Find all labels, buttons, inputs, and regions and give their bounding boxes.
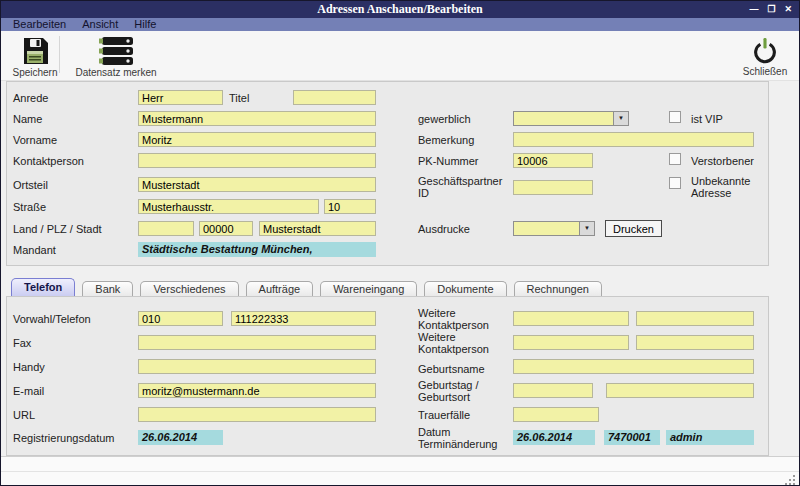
window-title: Adressen Anschauen/Bearbeiten	[1, 1, 799, 18]
tab-verschiedenes[interactable]: Verschiedenes	[140, 281, 238, 297]
menu-ansicht[interactable]: Ansicht	[74, 18, 126, 31]
vorname-input[interactable]	[138, 132, 376, 147]
save-button[interactable]: Speichern	[7, 37, 63, 78]
email-input[interactable]	[138, 383, 376, 398]
gewerblich-select[interactable]: ▼	[513, 111, 629, 126]
datum-terminaenderung-nummer: 7470001	[604, 430, 660, 445]
handy-label: Handy	[13, 361, 45, 373]
ortsteil-label: Ortsteil	[13, 179, 48, 191]
url-label: URL	[13, 409, 35, 421]
tab-auftraege[interactable]: Aufträge	[246, 281, 314, 297]
ortsteil-input[interactable]	[138, 177, 376, 192]
weitere-kontaktperson-2-input-a[interactable]	[513, 335, 629, 350]
weitere-kontaktperson-1-label: Weitere Kontaktperson	[418, 307, 510, 331]
status-bar	[1, 456, 799, 485]
title-bar: Adressen Anschauen/Bearbeiten — ❐ ✕	[1, 1, 799, 18]
datum-terminaenderung-datum: 26.06.2014	[513, 430, 595, 445]
ausdrucke-label: Ausdrucke	[418, 223, 470, 235]
save-button-label: Speichern	[12, 67, 57, 78]
geschaeftspartner-id-label: Geschäftspartner ID	[418, 175, 508, 199]
remember-record-button[interactable]: Datensatz merken	[65, 37, 167, 78]
tab-bank[interactable]: Bank	[82, 281, 133, 297]
geburtsname-input[interactable]	[513, 359, 754, 374]
tab-telefon[interactable]: Telefon	[11, 278, 75, 297]
trauerfaelle-input[interactable]	[513, 407, 599, 422]
dropdown-arrow-icon[interactable]: ▼	[613, 112, 628, 125]
close-app-button[interactable]: Schließen	[736, 37, 794, 77]
name-input[interactable]	[138, 111, 376, 126]
remember-record-label: Datensatz merken	[75, 67, 156, 78]
gewerblich-label: gewerblich	[418, 113, 471, 125]
pk-nummer-input[interactable]	[513, 153, 593, 168]
ist-vip-label: ist VIP	[691, 113, 723, 125]
unbekannte-adresse-checkbox[interactable]	[669, 177, 681, 189]
toolbar: Speichern Datensatz merken Schließen	[1, 31, 799, 81]
close-icon[interactable]: ✕	[784, 1, 792, 18]
datum-terminaenderung-benutzer: admin	[666, 430, 754, 445]
tab-bar: Telefon Bank Verschiedenes Aufträge Ware…	[11, 279, 602, 297]
tab-rechnungen[interactable]: Rechnungen	[514, 281, 602, 297]
geburtstag-input[interactable]	[513, 383, 593, 398]
registrierungsdatum-value: 26.06.2014	[138, 430, 223, 445]
email-label: E-mail	[13, 385, 44, 397]
kontaktperson-label: Kontaktperson	[13, 155, 84, 167]
status-bar-divider	[1, 471, 799, 472]
server-stack-icon	[98, 37, 134, 65]
strasse-input[interactable]	[138, 199, 319, 214]
weitere-kontaktperson-1-input-a[interactable]	[513, 311, 629, 326]
name-label: Name	[13, 113, 42, 125]
fax-label: Fax	[13, 337, 31, 349]
land-input[interactable]	[138, 221, 194, 236]
app-window: Adressen Anschauen/Bearbeiten — ❐ ✕ Bear…	[0, 0, 800, 486]
ausdrucke-selected-value	[514, 222, 579, 235]
tab-dokumente[interactable]: Dokumente	[424, 281, 506, 297]
pk-nummer-label: PK-Nummer	[418, 155, 479, 167]
resize-grip[interactable]	[785, 475, 787, 477]
titel-input[interactable]	[293, 90, 376, 105]
minimize-icon[interactable]: —	[749, 1, 758, 18]
vorwahl-input[interactable]	[138, 311, 223, 326]
geburtstag-geburtsort-label: Geburtstag / Geburtsort	[418, 379, 513, 403]
ist-vip-checkbox[interactable]	[669, 111, 681, 123]
maximize-icon[interactable]: ❐	[767, 1, 775, 18]
geschaeftspartner-id-input[interactable]	[513, 180, 593, 195]
stadt-input[interactable]	[259, 221, 376, 236]
titel-label: Titel	[229, 92, 249, 104]
datum-terminaenderung-label: Datum Terminänderung	[418, 426, 513, 450]
telefon-input[interactable]	[231, 311, 376, 326]
url-input[interactable]	[138, 407, 376, 422]
bemerkung-input[interactable]	[513, 132, 754, 147]
ausdrucke-select[interactable]: ▼	[513, 221, 595, 236]
menu-hilfe[interactable]: Hilfe	[126, 18, 164, 31]
plz-input[interactable]	[199, 221, 253, 236]
menu-bar: Bearbeiten Ansicht Hilfe	[1, 18, 799, 31]
unbekannte-adresse-label: Unbekannte Adresse	[691, 175, 766, 199]
power-icon	[752, 37, 778, 64]
weitere-kontaktperson-2-input-b[interactable]	[636, 335, 754, 350]
tab-wareneingang[interactable]: Wareneingang	[320, 281, 417, 297]
geburtsname-label: Geburtsname	[418, 363, 485, 375]
kontaktperson-input[interactable]	[138, 153, 376, 168]
hausnummer-input[interactable]	[324, 199, 376, 214]
land-plz-stadt-label: Land / PLZ / Stadt	[13, 223, 102, 235]
fax-input[interactable]	[138, 335, 376, 350]
weitere-kontaktperson-2-label: Weitere Kontaktperson	[418, 331, 510, 355]
floppy-disk-icon	[21, 37, 49, 65]
anrede-input[interactable]	[138, 90, 223, 105]
address-panel	[6, 81, 769, 266]
menu-bearbeiten[interactable]: Bearbeiten	[5, 18, 74, 31]
dropdown-arrow-icon[interactable]: ▼	[579, 222, 594, 235]
close-app-label: Schließen	[743, 66, 787, 77]
weitere-kontaktperson-1-input-b[interactable]	[636, 311, 754, 326]
mandant-value: Städtische Bestattung München,	[138, 242, 376, 257]
drucken-button[interactable]: Drucken	[605, 220, 662, 237]
handy-input[interactable]	[138, 359, 376, 374]
gewerblich-selected-value	[514, 112, 613, 125]
verstorbener-label: Verstorbener	[691, 155, 754, 167]
trauerfaelle-label: Trauerfälle	[418, 409, 470, 421]
window-controls: — ❐ ✕	[749, 1, 792, 18]
geburtsort-input[interactable]	[606, 383, 754, 398]
verstorbener-checkbox[interactable]	[669, 153, 681, 165]
registrierungsdatum-label: Registrierungsdatum	[13, 432, 115, 444]
bemerkung-label: Bemerkung	[418, 134, 474, 146]
